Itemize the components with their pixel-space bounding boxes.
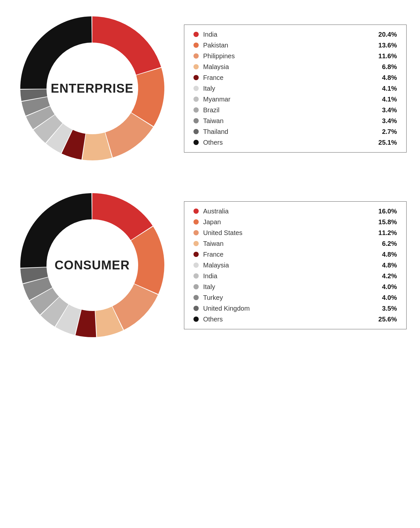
legend-dot	[193, 241, 199, 246]
legend-country-name: Malaysia	[203, 262, 377, 269]
legend-country-name: Others	[203, 316, 377, 323]
legend-item: Others25.6%	[193, 316, 397, 323]
legend-dot	[193, 32, 199, 37]
legend-item: India4.2%	[193, 272, 397, 280]
legend-item: Malaysia4.8%	[193, 262, 397, 269]
legend-country-value: 4.8%	[377, 74, 397, 82]
consumer-legend: Australia16.0%Japan15.8%United States11.…	[184, 201, 407, 329]
legend-country-value: 6.2%	[377, 240, 397, 247]
legend-country-name: United States	[203, 229, 377, 237]
legend-country-value: 25.1%	[377, 139, 397, 146]
legend-item: Philippines11.6%	[193, 52, 397, 60]
legend-item: France4.8%	[193, 251, 397, 258]
legend-dot	[193, 43, 199, 48]
legend-dot	[193, 140, 199, 145]
legend-item: Pakistan13.6%	[193, 42, 397, 49]
legend-country-name: France	[203, 74, 377, 82]
legend-dot	[193, 107, 199, 113]
legend-country-value: 16.0%	[377, 208, 397, 215]
legend-country-name: Myanmar	[203, 96, 377, 103]
enterprise-section: ENTERPRISE India20.4%Pakistan13.6%Philip…	[14, 10, 407, 167]
legend-dot	[193, 306, 199, 311]
legend-country-value: 3.5%	[377, 305, 397, 312]
legend-country-value: 4.0%	[377, 283, 397, 291]
legend-dot	[193, 317, 199, 322]
legend-dot	[193, 64, 199, 69]
legend-country-name: Italy	[203, 283, 377, 291]
legend-country-value: 4.1%	[377, 96, 397, 103]
enterprise-donut-container: ENTERPRISE	[14, 10, 171, 167]
legend-country-name: Turkey	[203, 294, 377, 301]
legend-country-value: 13.6%	[377, 42, 397, 49]
legend-country-name: Others	[203, 139, 377, 146]
legend-country-name: Brazil	[203, 106, 377, 114]
legend-dot	[193, 209, 199, 214]
legend-country-name: Philippines	[203, 52, 377, 60]
legend-dot	[193, 86, 199, 91]
legend-dot	[193, 219, 199, 225]
legend-country-value: 4.0%	[377, 294, 397, 301]
legend-item: Malaysia6.8%	[193, 63, 397, 71]
legend-country-name: Thailand	[203, 128, 377, 136]
legend-country-value: 11.2%	[377, 229, 397, 237]
legend-country-value: 4.8%	[377, 262, 397, 269]
legend-dot	[193, 263, 199, 268]
legend-country-value: 15.8%	[377, 218, 397, 226]
legend-dot	[193, 252, 199, 257]
legend-item: Italy4.0%	[193, 283, 397, 291]
legend-item: Australia16.0%	[193, 208, 397, 215]
legend-item: Thailand2.7%	[193, 128, 397, 136]
legend-country-name: France	[203, 251, 377, 258]
legend-country-value: 3.4%	[377, 117, 397, 125]
legend-dot	[193, 273, 199, 279]
consumer-donut-container: CONSUMER	[14, 187, 171, 344]
legend-dot	[193, 129, 199, 134]
legend-country-value: 4.2%	[377, 272, 397, 280]
legend-country-value: 2.7%	[377, 128, 397, 136]
legend-item: Taiwan6.2%	[193, 240, 397, 247]
legend-dot	[193, 295, 199, 300]
legend-country-name: Australia	[203, 208, 377, 215]
legend-country-value: 25.6%	[377, 316, 397, 323]
enterprise-label: ENTERPRISE	[51, 82, 134, 96]
legend-country-name: United Kingdom	[203, 305, 377, 312]
legend-item: India20.4%	[193, 31, 397, 38]
legend-country-name: Malaysia	[203, 63, 377, 71]
legend-country-value: 20.4%	[377, 31, 397, 38]
legend-item: United Kingdom3.5%	[193, 305, 397, 312]
legend-dot	[193, 53, 199, 59]
legend-country-name: India	[203, 31, 377, 38]
legend-dot	[193, 75, 199, 80]
legend-dot	[193, 118, 199, 123]
legend-item: France4.8%	[193, 74, 397, 82]
legend-country-value: 6.8%	[377, 63, 397, 71]
legend-country-name: Japan	[203, 218, 377, 226]
legend-country-name: Taiwan	[203, 240, 377, 247]
legend-dot	[193, 284, 199, 289]
legend-country-value: 3.4%	[377, 106, 397, 114]
legend-country-name: Taiwan	[203, 117, 377, 125]
legend-item: Taiwan3.4%	[193, 117, 397, 125]
legend-dot	[193, 97, 199, 102]
legend-item: Others25.1%	[193, 139, 397, 146]
legend-item: Myanmar4.1%	[193, 96, 397, 103]
legend-item: Brazil3.4%	[193, 106, 397, 114]
consumer-section: CONSUMER Australia16.0%Japan15.8%United …	[14, 187, 407, 344]
legend-item: Japan15.8%	[193, 218, 397, 226]
legend-country-name: Pakistan	[203, 42, 377, 49]
legend-country-name: India	[203, 272, 377, 280]
legend-country-value: 4.1%	[377, 85, 397, 92]
consumer-label: CONSUMER	[55, 258, 130, 272]
legend-dot	[193, 230, 199, 235]
enterprise-legend: India20.4%Pakistan13.6%Philippines11.6%M…	[184, 25, 407, 153]
legend-item: United States11.2%	[193, 229, 397, 237]
legend-country-value: 4.8%	[377, 251, 397, 258]
legend-item: Italy4.1%	[193, 85, 397, 92]
legend-country-name: Italy	[203, 85, 377, 92]
legend-country-value: 11.6%	[377, 52, 397, 60]
legend-item: Turkey4.0%	[193, 294, 397, 301]
